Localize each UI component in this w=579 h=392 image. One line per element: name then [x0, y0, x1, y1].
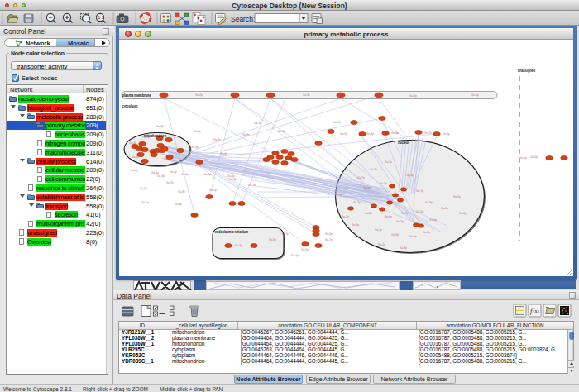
- svg-text:Ga-6p: Ga-6p: [352, 223, 359, 227]
- svg-text:1:1: 1:1: [98, 15, 104, 20]
- svg-text:(x): (x): [534, 308, 539, 314]
- svg-text:Ga-2p: Ga-2p: [378, 243, 385, 246]
- svg-text:Ga-6p: Ga-6p: [132, 155, 139, 159]
- svg-text:Ga-2p: Ga-2p: [342, 215, 349, 218]
- svg-text:Ga-7p: Ga-7p: [166, 181, 174, 184]
- svg-text:Ga-4p: Ga-4p: [170, 170, 177, 174]
- svg-text:Ga-6p: Ga-6p: [131, 169, 138, 172]
- svg-text:plasma membrane: plasma membrane: [122, 93, 151, 98]
- svg-text:Ga-5p: Ga-5p: [365, 212, 372, 215]
- svg-text:Ga-7p: Ga-7p: [333, 121, 341, 124]
- svg-text:Ga-5p: Ga-5p: [423, 231, 430, 234]
- svg-text:Ga-3p: Ga-3p: [164, 158, 171, 161]
- svg-text:Ga-5p: Ga-5p: [380, 182, 387, 185]
- svg-text:Ga-8p: Ga-8p: [242, 133, 250, 136]
- svg-text:Ga-1p: Ga-1p: [375, 228, 382, 232]
- svg-text:endoplasmic reticulum: endoplasmic reticulum: [215, 230, 248, 234]
- svg-text:Ga-5p: Ga-5p: [301, 248, 309, 251]
- svg-text:Ga-3p: Ga-3p: [191, 146, 199, 149]
- svg-text:Ga-2p: Ga-2p: [195, 93, 203, 97]
- svg-text:Ga-6p: Ga-6p: [409, 235, 417, 238]
- svg-text:Ga-7p: Ga-7p: [416, 189, 423, 193]
- svg-text:Ga-0p: Ga-0p: [471, 93, 479, 97]
- svg-text:Ga-5p: Ga-5p: [453, 195, 461, 198]
- svg-text:Ga-2p: Ga-2p: [353, 201, 361, 204]
- svg-text:Ga-4p: Ga-4p: [227, 174, 235, 178]
- svg-text:Ga-2p: Ga-2p: [209, 189, 217, 192]
- svg-text:Ga-7p: Ga-7p: [401, 212, 409, 215]
- svg-text:Ga-0p: Ga-0p: [325, 232, 333, 236]
- svg-text:Ga-8p: Ga-8p: [278, 130, 285, 133]
- svg-text:unassigned: unassigned: [518, 69, 535, 73]
- svg-text:Ga-8p: Ga-8p: [400, 246, 407, 250]
- svg-text:Ga-4p: Ga-4p: [441, 207, 448, 210]
- svg-text:Ga-0p: Ga-0p: [443, 132, 450, 136]
- svg-text:Ga-6p: Ga-6p: [203, 173, 211, 176]
- svg-text:Ga-0p: Ga-0p: [335, 193, 342, 196]
- svg-text:Ga-7p: Ga-7p: [325, 238, 333, 241]
- svg-text:Ga-3p: Ga-3p: [370, 168, 377, 171]
- svg-text:Ga-6p: Ga-6p: [140, 187, 147, 190]
- svg-text:Ga-5p: Ga-5p: [519, 156, 527, 160]
- svg-text:Ga-3p: Ga-3p: [406, 174, 414, 177]
- svg-text:Ga-2p: Ga-2p: [396, 220, 404, 223]
- svg-text:Ga-7p: Ga-7p: [235, 244, 242, 247]
- svg-text:Ga-2p: Ga-2p: [254, 122, 261, 125]
- svg-text:Ga-8p: Ga-8p: [156, 125, 164, 128]
- svg-text:Ga-3p: Ga-3p: [157, 174, 165, 178]
- svg-text:Ga-0p: Ga-0p: [291, 254, 299, 257]
- svg-text:Ga-5p: Ga-5p: [416, 210, 423, 213]
- svg-text:Ga-5p: Ga-5p: [194, 130, 201, 133]
- svg-text:mitochondrion: mitochondrion: [144, 134, 166, 138]
- svg-text:Ga-3p: Ga-3p: [391, 233, 399, 237]
- svg-text:nucleus: nucleus: [398, 141, 409, 145]
- svg-text:Ga-5p: Ga-5p: [363, 186, 371, 189]
- svg-text:Ga-4p: Ga-4p: [366, 132, 374, 136]
- svg-text:Ga-6p: Ga-6p: [385, 215, 392, 218]
- svg-text:Ga-6p: Ga-6p: [391, 131, 399, 135]
- svg-text:Search:: Search:: [231, 15, 255, 23]
- svg-text:Ga-3p: Ga-3p: [303, 93, 310, 97]
- svg-text:Ga-7p: Ga-7p: [424, 131, 432, 135]
- svg-text:Ga-4p: Ga-4p: [175, 203, 182, 206]
- svg-text:Ga-7p: Ga-7p: [357, 176, 365, 179]
- svg-text:Ga-4p: Ga-4p: [129, 141, 136, 145]
- svg-text:Ga-2p: Ga-2p: [459, 212, 467, 215]
- svg-text:Ga-4p: Ga-4p: [220, 152, 227, 155]
- svg-text:Ga-6p: Ga-6p: [181, 173, 189, 176]
- svg-text:Ga-4p: Ga-4p: [229, 178, 237, 181]
- svg-text:Ga-7p: Ga-7p: [281, 232, 289, 236]
- svg-text:Ga-8p: Ga-8p: [269, 238, 276, 241]
- svg-text:Ga-7p: Ga-7p: [409, 94, 417, 98]
- svg-text:Ga-3p: Ga-3p: [385, 160, 392, 164]
- svg-text:Ga-5p: Ga-5p: [530, 155, 538, 159]
- svg-text:Ga-1p: Ga-1p: [248, 184, 256, 187]
- svg-text:cytoplasm: cytoplasm: [122, 104, 138, 108]
- svg-text:Ga-1p: Ga-1p: [429, 218, 437, 222]
- svg-text:Ga-8p: Ga-8p: [425, 201, 433, 204]
- svg-text:Ga-5p: Ga-5p: [340, 132, 347, 136]
- svg-text:Ga-8p: Ga-8p: [178, 190, 185, 194]
- svg-text:Ga-3p: Ga-3p: [213, 138, 221, 141]
- svg-text:Ga-1p: Ga-1p: [141, 201, 149, 204]
